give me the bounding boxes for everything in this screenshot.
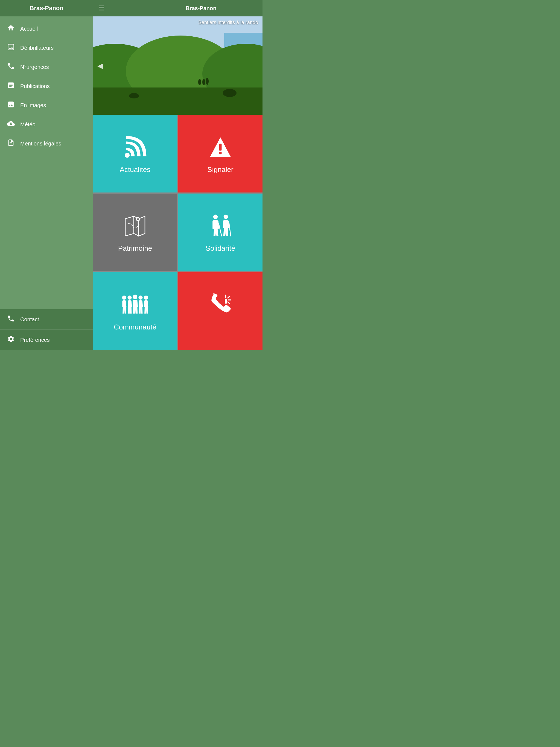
svg-line-24	[229, 223, 231, 236]
svg-point-13	[125, 153, 130, 157]
dae-icon: DAE	[6, 43, 15, 52]
svg-point-19	[137, 218, 139, 220]
map-icon	[121, 212, 149, 240]
warning-icon	[207, 134, 234, 161]
sidebar-title: Bras-Panon	[0, 0, 93, 17]
hero-prev-arrow[interactable]: ◀	[97, 61, 103, 70]
people-icon	[121, 291, 149, 318]
sidebar-item-label: Mentions légales	[20, 140, 61, 147]
grid-item-solidarite[interactable]: Solidarité	[178, 194, 262, 271]
sidebar: Bras-Panon Accueil DAE Défibrillateurs N…	[0, 0, 93, 350]
sidebar-item-label: Défibrillateurs	[20, 45, 54, 51]
sidebar-footer: Contact Préférences	[0, 309, 93, 350]
meteo-icon	[6, 120, 15, 129]
main-header: ☰ Bras-Panon	[93, 0, 262, 17]
document-icon	[6, 139, 15, 148]
sidebar-item-label: Météo	[20, 121, 35, 128]
sidebar-item-label: Accueil	[20, 26, 38, 32]
grid-item-signaler[interactable]: Signaler	[178, 115, 262, 192]
grid-item-communaute[interactable]: Communauté	[93, 272, 177, 350]
svg-point-29	[144, 295, 148, 300]
svg-point-23	[224, 214, 228, 219]
settings-icon	[6, 335, 15, 344]
rss-icon	[121, 134, 149, 161]
sidebar-item-publications[interactable]: Publications	[0, 77, 93, 96]
sidebar-item-defibrillateurs[interactable]: DAE Défibrillateurs	[0, 38, 93, 57]
sidebar-item-en-images[interactable]: En images	[0, 96, 93, 115]
svg-rect-35	[225, 305, 227, 307]
svg-point-21	[213, 214, 218, 219]
grid-item-actualites[interactable]: Actualités	[93, 115, 177, 192]
sidebar-nav: Accueil DAE Défibrillateurs N°urgences P…	[0, 17, 93, 309]
sidebar-item-label: N°urgences	[20, 64, 49, 70]
svg-point-28	[138, 295, 143, 300]
sidebar-footer-label: Contact	[20, 316, 39, 323]
sidebar-item-meteo[interactable]: Météo	[0, 115, 93, 134]
hero-ground	[93, 51, 262, 115]
grid-item-label: Solidarité	[206, 244, 235, 253]
svg-point-26	[128, 295, 132, 300]
svg-text:DAE: DAE	[9, 47, 14, 49]
grid-item-patrimoine[interactable]: Patrimoine	[93, 194, 177, 271]
svg-line-31	[228, 297, 229, 298]
elderly-icon	[207, 212, 234, 240]
main-header-title: Bras-Panon	[186, 5, 216, 11]
sidebar-item-mentions-legales[interactable]: Mentions légales	[0, 134, 93, 153]
hamburger-button[interactable]: ☰	[98, 4, 104, 12]
main-content: ☰ Bras-Panon	[93, 0, 262, 350]
main-grid: Actualités Signaler	[93, 115, 262, 350]
svg-rect-34	[225, 299, 227, 304]
svg-rect-16	[219, 144, 222, 150]
grid-item-label: Actualités	[120, 165, 151, 174]
sidebar-item-preferences[interactable]: Préférences	[0, 330, 93, 350]
sidebar-item-urgences[interactable]: N°urgences	[0, 57, 93, 77]
home-icon	[6, 24, 15, 33]
grid-item-label: Communauté	[114, 323, 156, 331]
images-icon	[6, 101, 15, 110]
grid-item-label: Patrimoine	[118, 244, 152, 253]
sidebar-item-label: Publications	[20, 83, 50, 89]
sidebar-item-label: En images	[20, 102, 46, 108]
hero-text: Sentiers interdits à la rando	[198, 20, 258, 25]
contact-icon	[6, 315, 15, 324]
phone-alert-icon	[207, 291, 234, 318]
sidebar-item-contact[interactable]: Contact	[0, 309, 93, 330]
hero-banner: Sentiers interdits à la rando ◀	[93, 17, 262, 115]
svg-line-22	[219, 224, 222, 236]
svg-point-27	[133, 294, 137, 299]
svg-line-33	[228, 302, 229, 303]
publications-icon	[6, 81, 15, 91]
svg-point-25	[122, 295, 126, 300]
svg-rect-17	[219, 152, 222, 154]
grid-item-urgences-tel[interactable]: Urgences	[178, 272, 262, 350]
grid-item-label: Signaler	[207, 165, 233, 174]
sidebar-item-accueil[interactable]: Accueil	[0, 19, 93, 38]
phone-icon	[6, 62, 15, 72]
sidebar-footer-label: Préférences	[20, 337, 50, 343]
